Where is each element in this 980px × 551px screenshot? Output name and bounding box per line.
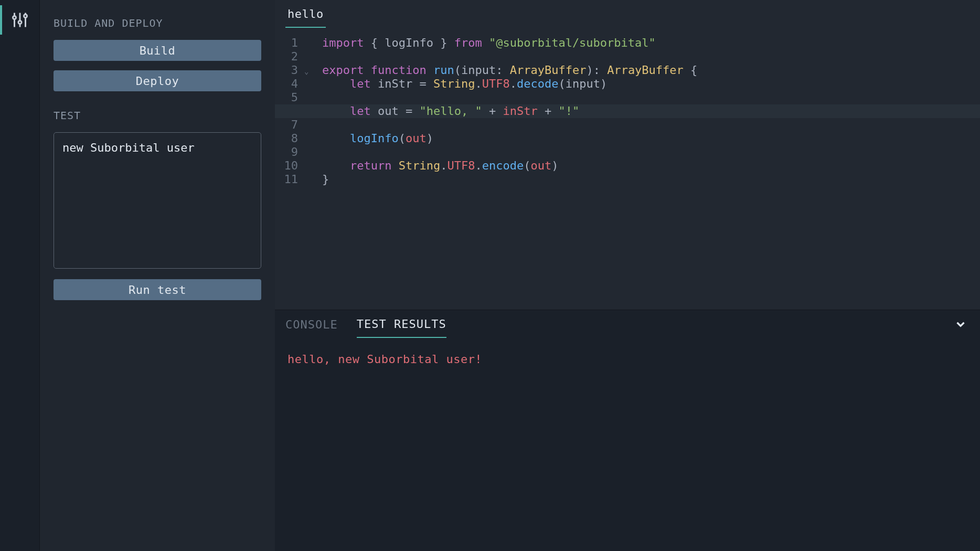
test-input[interactable]: [54, 132, 261, 269]
run-test-button[interactable]: Run test: [54, 279, 261, 300]
tab-console[interactable]: CONSOLE: [285, 318, 338, 337]
tab-test-results[interactable]: TEST RESULTS: [357, 317, 446, 338]
deploy-button[interactable]: Deploy: [54, 70, 261, 91]
svg-point-4: [18, 21, 22, 24]
svg-point-5: [24, 15, 27, 18]
svg-point-3: [13, 16, 16, 19]
editor-tab[interactable]: hello: [285, 4, 326, 28]
build-button[interactable]: Build: [54, 40, 261, 61]
build-deploy-group: Build Deploy: [54, 40, 261, 91]
build-deploy-heading: BUILD AND DEPLOY: [54, 17, 261, 29]
test-heading: TEST: [54, 109, 261, 122]
chevron-down-icon[interactable]: [954, 317, 967, 333]
settings-icon[interactable]: [7, 7, 33, 33]
editor-tab-bar: hello: [275, 0, 980, 28]
test-result-output: hello, new Suborbital user!: [275, 338, 980, 380]
panel-tab-bar: CONSOLE TEST RESULTS: [275, 310, 980, 338]
bottom-panel: CONSOLE TEST RESULTS hello, new Suborbit…: [275, 310, 980, 551]
code-editor[interactable]: 1234567891011⌄import { logInfo } from "@…: [275, 28, 980, 310]
sidebar: BUILD AND DEPLOY Build Deploy TEST Run t…: [40, 0, 275, 551]
main-column: hello 1234567891011⌄import { logInfo } f…: [275, 0, 980, 551]
app-root: BUILD AND DEPLOY Build Deploy TEST Run t…: [0, 0, 980, 551]
icon-rail: [0, 0, 40, 551]
